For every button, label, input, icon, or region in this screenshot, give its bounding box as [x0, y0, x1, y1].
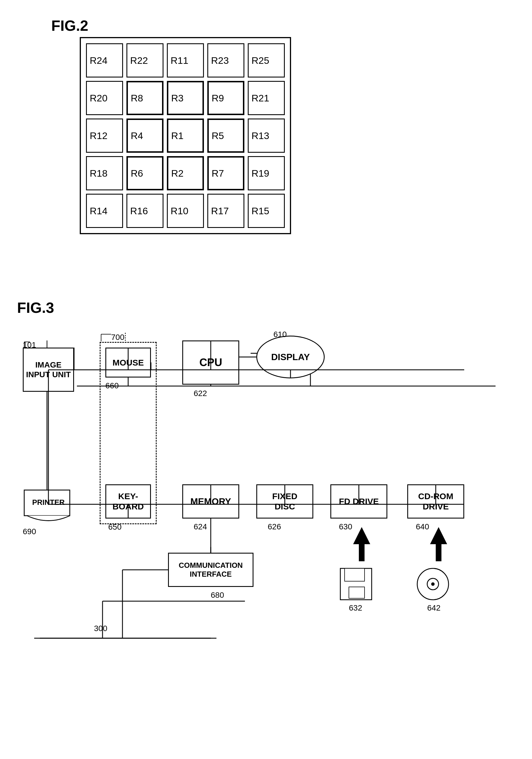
fixed-disc-box: FIXEDDISC — [256, 484, 313, 519]
mouse-box: MOUSE — [105, 347, 151, 378]
grid-cell-r2: R2 — [167, 156, 204, 190]
grid-cell-r18: R18 — [86, 156, 123, 190]
grid-cell-r24: R24 — [86, 43, 123, 77]
label-632: 632 — [349, 603, 362, 613]
svg-text:PRINTER: PRINTER — [32, 498, 65, 506]
grid-cell-r5: R5 — [207, 119, 244, 153]
grid-cell-r22: R22 — [127, 43, 164, 77]
grid-cell-r8: R8 — [127, 81, 164, 115]
label-630: 630 — [339, 522, 352, 531]
display-box: DISPLAY — [256, 336, 325, 379]
label-300: 300 — [94, 624, 107, 633]
network-label: 300 — [94, 624, 107, 633]
grid-cell-r12: R12 — [86, 119, 123, 153]
cd-icon — [416, 567, 450, 601]
grid-cell-r13: R13 — [248, 119, 285, 153]
floppy-disk-icon — [339, 567, 373, 601]
svg-marker-24 — [353, 527, 370, 561]
grid-cell-r11: R11 — [167, 43, 204, 77]
label-626: 626 — [268, 522, 281, 531]
comm-interface-box: COMMUNICATIONINTERFACE — [168, 553, 253, 587]
label-690: 690 — [23, 527, 36, 536]
label-610: 610 — [273, 330, 287, 339]
grid-cell-r7: R7 — [207, 156, 244, 190]
grid-cell-r3: R3 — [167, 81, 204, 115]
grid-cell-r25: R25 — [248, 43, 285, 77]
grid-cell-r16: R16 — [127, 194, 164, 228]
svg-rect-27 — [345, 568, 364, 581]
label-640: 640 — [416, 522, 429, 531]
cpu-box: CPU — [182, 340, 239, 385]
svg-rect-28 — [349, 587, 364, 598]
label-650: 650 — [108, 523, 122, 532]
printer-box: PRINTER — [23, 484, 74, 524]
fig3-diagram: IMAGEINPUT UNIT 101 700 MOUSE 660 CPU 62… — [17, 325, 515, 735]
image-input-unit-box: IMAGEINPUT UNIT — [23, 347, 74, 392]
svg-point-31 — [431, 582, 435, 586]
grid-cell-r17: R17 — [207, 194, 244, 228]
label-680: 680 — [211, 591, 224, 600]
grid-cell-r6: R6 — [127, 156, 164, 190]
fig2-title: FIG.2 — [51, 17, 88, 34]
label-624: 624 — [194, 522, 207, 531]
label-622: 622 — [194, 389, 207, 398]
memory-box: MEMORY — [182, 484, 239, 519]
svg-marker-25 — [430, 527, 447, 561]
grid-cell-r20: R20 — [86, 81, 123, 115]
fd-drive-box: FD DRIVE — [330, 484, 387, 519]
grid-cell-r19: R19 — [248, 156, 285, 190]
grid-cell-r1: R1 — [167, 119, 204, 153]
label-642: 642 — [427, 603, 440, 613]
grid-cell-r15: R15 — [248, 194, 285, 228]
grid-cell-r14: R14 — [86, 194, 123, 228]
fig3-title: FIG.3 — [17, 299, 54, 316]
grid-cell-r10: R10 — [167, 194, 204, 228]
fig2-grid: R24R22R11R23R25R20R8R3R9R21R12R4R1R5R13R… — [80, 37, 291, 234]
label-660: 660 — [105, 381, 119, 390]
grid-cell-r4: R4 — [127, 119, 164, 153]
cdrom-drive-box: CD-ROMDRIVE — [407, 484, 464, 519]
grid-cell-r21: R21 — [248, 81, 285, 115]
keyboard-box: KEY-BOARD — [105, 484, 151, 519]
grid-cell-r9: R9 — [207, 81, 244, 115]
grid-cell-r23: R23 — [207, 43, 244, 77]
